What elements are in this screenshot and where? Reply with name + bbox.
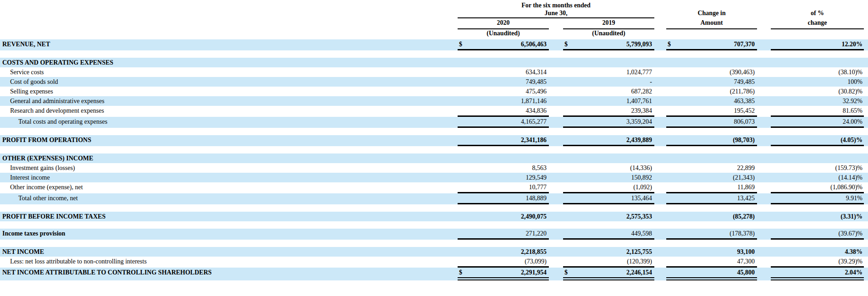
unaudited-2019-label: (Unaudited) <box>563 29 654 38</box>
value-2020-cell: 148,889 <box>458 193 549 204</box>
change-amount-value: 45,800 <box>668 268 755 277</box>
right-margin <box>864 96 868 106</box>
percent-change-value: (159.73)% <box>772 163 862 173</box>
right-margin <box>864 153 868 163</box>
value-2020: 8,563 <box>459 163 547 173</box>
table-body: REVENUE, NET $ 6,506,463 $ 5,799,093 $ 7… <box>0 39 868 280</box>
value-2019-cell: $ 2,246,154 <box>563 268 654 280</box>
column-gap <box>549 135 563 146</box>
row-label: Research and development expenses <box>0 106 458 117</box>
percent-change-cell: (14.14)% <box>771 173 864 182</box>
dollar-sign: $ <box>564 39 568 49</box>
change-amount-cell: (390,463) <box>666 67 757 77</box>
row-label: Cost of goods sold <box>0 77 458 87</box>
change-amount-value: 47,300 <box>668 257 755 266</box>
header-spacer <box>666 0 757 10</box>
percent-header-line1: of % <box>771 10 864 18</box>
percent-change-value: 24.00% <box>772 117 862 126</box>
table-row: Investment gains (losses) 8,563 (14,336)… <box>0 163 868 173</box>
column-gap <box>654 77 666 87</box>
change-amount-value: (85,278) <box>668 212 755 221</box>
value-2020: 10,777 <box>459 182 547 192</box>
column-gap <box>757 153 771 163</box>
value-2019-cell: 3,359,204 <box>563 117 654 128</box>
value-2019: (14,336) <box>564 163 652 173</box>
column-gap <box>757 77 771 87</box>
dollar-sign: $ <box>668 39 671 49</box>
column-gap <box>654 193 666 204</box>
value-2019-cell: 1,024,777 <box>563 67 654 77</box>
value-2019: 3,359,204 <box>564 117 652 126</box>
value-2020: 4,165,277 <box>459 117 547 126</box>
change-amount-value: (21,343) <box>668 173 755 182</box>
spacer-row <box>0 204 868 212</box>
value-2019 <box>564 153 652 163</box>
column-gap <box>757 96 771 106</box>
percent-change-cell: (3.31)% <box>771 212 864 221</box>
value-2019: - <box>564 77 652 87</box>
percent-change-value: (39.67)% <box>772 229 862 238</box>
column-gap <box>549 18 563 29</box>
value-2020: 434,836 <box>459 106 547 115</box>
column-gap <box>654 0 666 39</box>
value-2020-cell: 8,563 <box>458 163 549 173</box>
percent-change-cell: (1,086.90)% <box>771 182 864 193</box>
table-row: Total costs and operating expenses 4,165… <box>0 117 868 128</box>
value-2019: 2,246,154 <box>568 268 652 277</box>
percent-change-value: (38.10)% <box>772 67 862 77</box>
right-margin <box>864 39 868 50</box>
right-margin <box>864 163 868 173</box>
value-2020: 634,314 <box>459 67 547 77</box>
table-row: NET INCOME 2,218,855 2,125,755 93,100 4.… <box>0 247 868 257</box>
value-2020-cell: $ 2,291,954 <box>458 268 549 280</box>
value-2020-cell: 1,871,146 <box>458 96 549 106</box>
column-gap <box>549 67 563 77</box>
column-gap <box>549 163 563 173</box>
change-amount-cell: (21,343) <box>666 173 757 182</box>
column-gap <box>549 247 563 257</box>
value-2020-cell: (73,099) <box>458 257 549 268</box>
value-2019: 2,439,889 <box>564 135 652 145</box>
column-gap <box>654 212 666 221</box>
change-amount-value: 749,485 <box>668 77 755 87</box>
row-label: COSTS AND OPERATING EXPENSES <box>0 58 458 67</box>
column-gap <box>654 87 666 96</box>
percent-change-value <box>772 153 862 163</box>
value-2020-cell: 475,496 <box>458 87 549 96</box>
column-gap <box>549 268 563 280</box>
table-row: OTHER (EXPENSES) INCOME <box>0 153 868 163</box>
right-margin <box>864 67 868 77</box>
table-row: Cost of goods sold 749,485 - 749,485 100… <box>0 77 868 87</box>
value-2020: 6,506,463 <box>462 39 547 49</box>
dollar-sign: $ <box>459 268 462 277</box>
table-row: Income taxes provision 271,220 449,598 (… <box>0 229 868 240</box>
column-gap <box>757 173 771 182</box>
value-2019: 1,407,761 <box>564 96 652 106</box>
unaudited-2020-label: (Unaudited) <box>458 29 549 38</box>
column-gap <box>654 257 666 268</box>
value-2020-cell: 2,341,186 <box>458 135 549 146</box>
column-gap <box>757 182 771 193</box>
value-2020-cell: 634,314 <box>458 67 549 77</box>
value-2019: 687,282 <box>564 87 652 96</box>
column-gap <box>757 87 771 96</box>
row-label: General and administrative expenses <box>0 96 458 106</box>
column-gap <box>654 229 666 240</box>
value-2019-cell: 135,464 <box>563 193 654 204</box>
value-2019-cell: (14,336) <box>563 163 654 173</box>
change-amount-value: 11,869 <box>668 182 755 192</box>
change-amount-cell: 806,073 <box>666 117 757 128</box>
value-2020: 749,485 <box>459 77 547 87</box>
value-2019-cell: 150,892 <box>563 173 654 182</box>
change-header-line1: Change in <box>666 10 757 18</box>
table-row: NET INCOME ATTRIBUTABLE TO CONTROLLING S… <box>0 268 868 280</box>
period-title-line2: June 30, <box>458 10 654 18</box>
percent-change-cell: 2.04% <box>771 268 864 280</box>
value-2020: 2,490,075 <box>459 212 547 221</box>
change-amount-value <box>668 153 755 163</box>
spacer-row <box>0 221 868 229</box>
spacer-row <box>0 240 868 247</box>
period-title-line1: For the six months ended <box>458 0 654 10</box>
change-amount-cell <box>666 58 757 67</box>
column-gap <box>654 58 666 67</box>
